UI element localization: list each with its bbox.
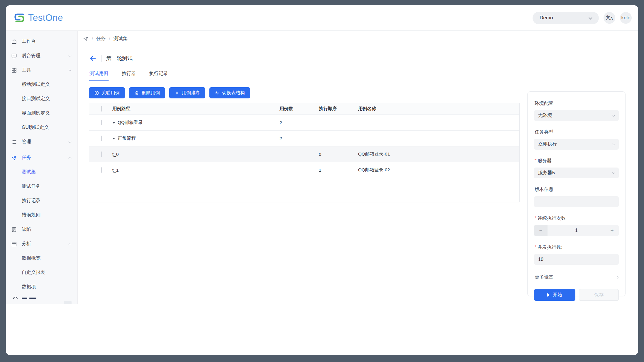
sidebar-item-error-rules[interactable]: 错误规则 [6, 208, 77, 222]
sort-cases-button[interactable]: 用例排序 [169, 87, 205, 98]
sidebar-item-workbench[interactable]: 工作台 [6, 34, 77, 49]
table-row: 正常流程 2 [89, 131, 519, 146]
play-icon [547, 293, 550, 297]
language-button[interactable]: 文A [604, 12, 615, 24]
breadcrumb-tasks[interactable]: 任务 [96, 36, 106, 42]
trash-icon [134, 90, 139, 95]
sidebar-item-mobile-test-def[interactable]: 移动测试定义 [6, 77, 77, 92]
body-row: 工作台 后台管理 工具 移动测试定义 接口测试定义 [6, 31, 638, 304]
row-checkbox[interactable] [101, 167, 102, 173]
case-path[interactable]: t_0 [112, 152, 119, 157]
env-config-label: 环境配置 [535, 100, 618, 107]
sidebar-collapse-handle[interactable] [64, 301, 72, 304]
row-checkbox[interactable] [101, 136, 102, 141]
server-select[interactable]: 服务器5 [534, 168, 619, 178]
case-path[interactable]: 正常流程 [118, 135, 136, 141]
chevron-right-icon [616, 276, 619, 279]
app-logo[interactable]: TestOne [13, 12, 63, 24]
concurrent-input[interactable] [534, 254, 619, 265]
sidebar-item-test-sets[interactable]: 测试集 [6, 165, 77, 179]
sidebar-item-test-tasks[interactable]: 测试任务 [6, 179, 77, 194]
detail-tabs: 测试用例 执行器 执行记录 [89, 69, 520, 80]
screen-background: TestOne Demo 文A kele 工 [0, 0, 644, 362]
sidebar-item-exec-records[interactable]: 执行记录 [6, 194, 77, 208]
sidebar-item-data-items[interactable]: 数据项 [6, 280, 77, 294]
case-name: QQ邮箱登录-02 [352, 167, 519, 173]
sidebar-item-tools[interactable]: 工具 [6, 63, 77, 77]
tab-exec-records[interactable]: 执行记录 [149, 69, 169, 80]
tab-test-cases[interactable]: 测试用例 [89, 69, 109, 80]
case-path[interactable]: t_1 [112, 168, 119, 173]
select-all-checkbox[interactable] [101, 106, 102, 112]
sort-arrows-icon [174, 90, 179, 95]
clipped-text-fragment [29, 298, 36, 299]
stepper-plus-button[interactable]: + [605, 225, 619, 236]
task-type-select[interactable]: 立即执行 [534, 139, 619, 150]
col-header-name: 用例名称 [352, 106, 519, 112]
home-icon [11, 39, 17, 45]
chevron-down-icon [612, 142, 615, 145]
sidebar-item-ui-test-def[interactable]: 界面测试定义 [6, 106, 77, 120]
title-row: 第一轮测试 [89, 53, 520, 64]
sidebar-item-data-overview[interactable]: 数据概览 [6, 251, 77, 265]
exec-order: 1 [313, 168, 352, 173]
sidebar-item-tasks[interactable]: 任务 [6, 151, 77, 165]
monitor-icon [11, 53, 17, 59]
case-toolbar: 关联用例 删除用例 用例排序 切换表结构 [89, 87, 520, 98]
tab-executor[interactable]: 执行器 [121, 69, 136, 80]
window-footer-space [6, 304, 638, 355]
stepper-minus-button[interactable]: − [534, 225, 548, 236]
case-path[interactable]: QQ邮箱登录 [118, 119, 143, 126]
arrow-left-icon [89, 54, 97, 62]
save-button[interactable]: 保存 [579, 289, 619, 301]
chevron-down-icon [69, 140, 72, 143]
table-row: QQ邮箱登录 2 [89, 115, 519, 131]
stepper-value[interactable]: 1 [548, 225, 605, 236]
repeat-count-stepper: − 1 + [534, 225, 619, 236]
sidebar-item-analysis[interactable]: 分析 [6, 237, 77, 251]
row-checkbox[interactable] [101, 120, 102, 125]
row-checkbox[interactable] [101, 151, 102, 157]
chevron-down-icon [612, 171, 615, 174]
sidebar-item-custom-reports[interactable]: 自定义报表 [6, 265, 77, 280]
start-button[interactable]: 开始 [534, 289, 575, 301]
app-window: TestOne Demo 文A kele 工 [6, 5, 638, 355]
user-avatar[interactable]: kele [620, 12, 632, 24]
repeat-count-label: *连续执行次数 [535, 215, 618, 221]
main-content: / 任务 / 测试集 第一轮测试 测试用例 执行器 [78, 31, 638, 304]
breadcrumb-test-sets: 测试集 [113, 36, 128, 42]
clipped-icon [13, 297, 18, 299]
sidebar-item-management[interactable]: 管理 [6, 135, 77, 149]
sidebar-nav: 工作台 后台管理 工具 移动测试定义 接口测试定义 [6, 31, 78, 304]
concurrent-label: *并发执行数: [535, 244, 618, 250]
env-select[interactable]: 无环境 [534, 110, 619, 121]
required-asterisk: * [535, 158, 536, 163]
server-label: *服务器 [535, 158, 618, 164]
more-settings-row[interactable]: 更多设置 [535, 274, 618, 280]
back-button[interactable] [89, 54, 97, 62]
link-cases-button[interactable]: 关联用例 [89, 87, 125, 98]
test-set-pane: 第一轮测试 测试用例 执行器 执行记录 关联用例 [89, 49, 520, 202]
circle-plus-icon [94, 90, 99, 95]
clipped-text-fragment [22, 298, 27, 299]
table-header: 用例路径 用例数 执行顺序 用例名称 [89, 103, 519, 115]
workspace-selector[interactable]: Demo [533, 12, 599, 24]
sidebar-item-backend-admin[interactable]: 后台管理 [6, 49, 77, 63]
chevron-up-icon [69, 69, 72, 72]
case-count: 2 [274, 120, 313, 125]
sidebar-item-gui-test-def[interactable]: GUI测试定义 [6, 120, 77, 135]
run-config-panel: 环境配置 无环境 任务类型 立即执行 *服务器 服务器5 [527, 91, 626, 296]
sidebar-item-api-test-def[interactable]: 接口测试定义 [6, 92, 77, 106]
table-row: t_1 1 QQ邮箱登录-02 [89, 162, 519, 178]
breadcrumb-separator: / [109, 36, 110, 41]
sidebar-item-defects[interactable]: 缺陷 [6, 222, 77, 237]
caret-down-icon[interactable] [112, 122, 115, 124]
switch-table-structure-button[interactable]: 切换表结构 [209, 87, 250, 98]
workspace-name: Demo [540, 15, 553, 21]
col-header-order: 执行顺序 [313, 106, 352, 112]
version-input[interactable] [534, 196, 619, 207]
caret-down-icon[interactable] [112, 138, 115, 139]
calendar-icon [11, 241, 17, 247]
logo-icon [13, 12, 25, 24]
delete-cases-button[interactable]: 删除用例 [129, 87, 165, 98]
